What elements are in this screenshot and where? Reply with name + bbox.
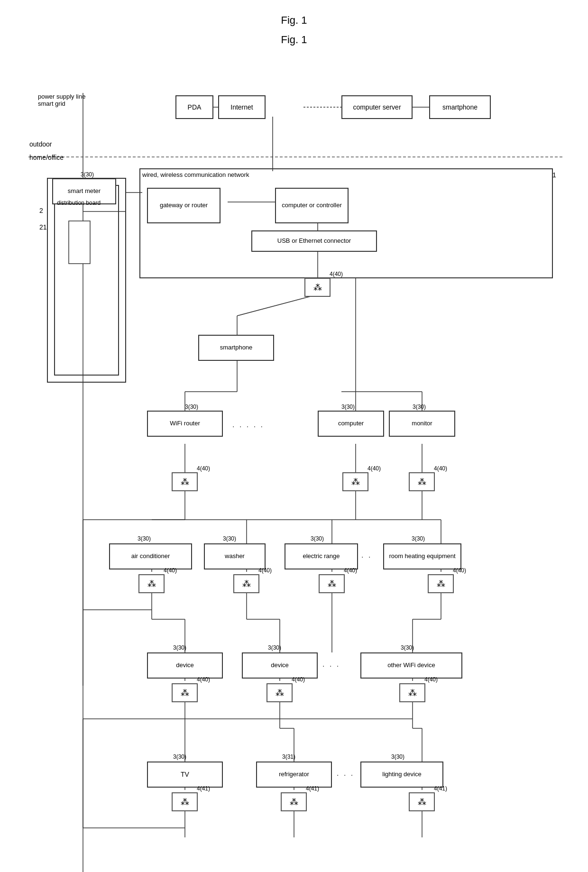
node-device1-4-40-label: 4(40) [197,676,210,683]
label-3-30-monitor: 3(30) [413,404,426,410]
distribution-board-label: distribution board [57,200,100,207]
label-3-30-smartmeter: 3(30) [81,171,94,178]
electric-range-box: electric range [285,543,358,569]
wired-wireless-label: wired, wireless communication network [142,171,249,178]
node-computer-4-40-label: 4(40) [368,465,381,472]
usb-ethernet-box: USB or Ethernet connector [251,230,377,252]
pda-box: PDA [175,95,213,119]
node-wifi-4-40-label: 4(40) [197,465,210,472]
node-washer-4-40-label: 4(40) [258,567,272,574]
tv-box: TV [147,762,223,788]
computer-box: computer [318,411,384,437]
svg-line-15 [237,294,318,316]
node-top-4-40-label: 4(40) [330,271,343,277]
device1-box: device [147,652,223,679]
label-1: 1 [552,171,556,179]
label-2: 2 [39,207,43,214]
label-3-30-otherwifi: 3(30) [401,644,414,651]
node-computer-4-40: ⁂ [342,472,368,491]
room-heating-box: room heating equipment [383,543,461,569]
node-device2-4-40: ⁂ [266,683,293,702]
node-device2-4-40-label: 4(40) [292,676,305,683]
node-otherwifi-4-40-label: 4(40) [424,676,438,683]
computer-server-box: computer server [341,95,413,119]
node-heating-4-40-label: 4(40) [453,567,466,574]
svg-rect-2 [140,169,552,278]
node-range-4-40: ⁂ [319,574,345,593]
node-top-4-40: ⁂ [304,278,331,297]
dots-fridge-lighting: · · · [337,771,354,780]
lighting-box: lighting device [360,762,443,788]
monitor-box: monitor [389,411,455,437]
node-ac-4-40-label: 4(40) [164,567,177,574]
svg-rect-4 [55,185,119,375]
wifi-router-box: WiFi router [147,411,223,437]
node-lighting-4-41: ⁂ [409,792,435,811]
dots-device-wifi: · · · [322,662,340,670]
internet-box: Internet [218,95,266,119]
smartphone-mid-box: smartphone [198,335,274,361]
label-3-30-range: 3(30) [311,535,324,542]
node-otherwifi-4-40: ⁂ [399,683,425,702]
smartphone-top-box: smartphone [429,95,491,119]
figure-title: Fig. 1 [0,34,588,46]
label-3-31-fridge: 3(31) [282,753,295,760]
node-tv-4-41: ⁂ [172,792,198,811]
label-3-30-tv: 3(30) [173,753,186,760]
node-tv-4-41-label: 4(41) [197,785,210,792]
device2-box: device [242,652,318,679]
other-wifi-box: other WiFi device [360,652,462,679]
label-3-30-washer: 3(30) [223,535,236,542]
node-fridge-4-41: ⁂ [281,792,307,811]
dots-range-heating: · · [361,553,372,561]
computer-controller-box: computer or controller [275,188,349,223]
outdoor-label: outdoor [29,140,52,148]
dots-wifi-computer: · · · · · [232,422,264,431]
node-monitor-4-40: ⁂ [409,472,435,491]
home-office-label: home/office [29,154,64,161]
label-3-30-lighting: 3(30) [391,753,404,760]
svg-rect-5 [69,221,90,264]
node-wifi-4-40: ⁂ [172,472,198,491]
node-heating-4-40: ⁂ [428,574,454,593]
label-3-30-device2: 3(30) [268,644,281,651]
air-conditioner-box: air conditioner [109,543,192,569]
refrigerator-box: refrigerator [256,762,332,788]
svg-rect-3 [47,178,126,382]
gateway-router-box: gateway or router [147,188,220,223]
node-monitor-4-40-label: 4(40) [434,465,447,472]
node-ac-4-40: ⁂ [138,574,165,593]
label-21: 21 [39,223,47,231]
label-3-30-heating: 3(30) [412,535,425,542]
node-fridge-4-41-label: 4(41) [306,785,319,792]
page-title: Fig. 1 [0,0,588,27]
label-3-30-computer: 3(30) [341,404,355,410]
node-device1-4-40: ⁂ [172,683,198,702]
node-lighting-4-41-label: 4(41) [434,785,447,792]
power-supply-label: power supply line smart grid [38,93,85,107]
label-3-30-ac: 3(30) [138,535,151,542]
node-range-4-40-label: 4(40) [344,567,357,574]
label-3-30-wifi: 3(30) [185,404,198,410]
label-3-30-device1: 3(30) [173,644,186,651]
node-washer-4-40: ⁂ [233,574,259,593]
washer-box: washer [204,543,266,569]
